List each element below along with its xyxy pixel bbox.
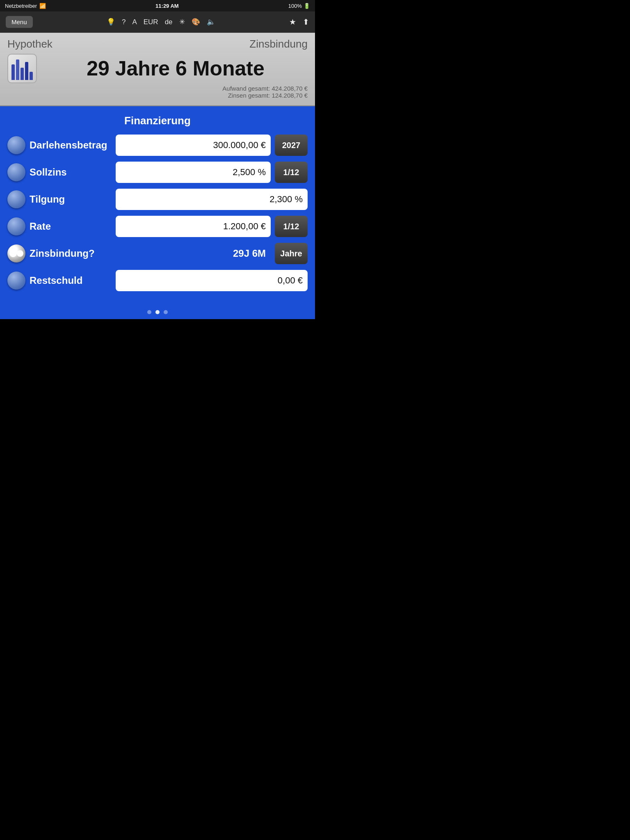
carrier-label: Netzbetreiber	[5, 3, 37, 9]
badge-rate[interactable]: 1/12	[275, 216, 308, 237]
header-top-row: Hypothek Zinsbindung	[7, 38, 308, 50]
status-bar: Netzbetreiber 📶 11:29 AM 100% 🔋	[0, 0, 315, 11]
label-zinsbindung: Zinsbindung?	[30, 248, 112, 259]
radio-restschuld[interactable]	[7, 272, 25, 290]
radio-inner	[9, 250, 17, 257]
question-icon[interactable]: ?	[122, 18, 126, 26]
fields-container: Darlehensbetrag2027Sollzins1/12TilgungRa…	[7, 135, 308, 291]
lightbulb-icon[interactable]: 💡	[107, 18, 115, 26]
radio-tilgung[interactable]	[7, 190, 25, 208]
star-icon[interactable]: ★	[289, 17, 296, 27]
summary-lines: Aufwand gesamt: 424.208,70 € Zinsen gesa…	[7, 85, 308, 99]
field-row-sollzins: Sollzins1/12	[7, 162, 308, 183]
input-rate[interactable]	[116, 216, 271, 237]
value-zinsbindung: 29J 6M	[116, 248, 271, 259]
status-time: 11:29 AM	[155, 3, 179, 9]
wifi-icon: 📶	[39, 3, 46, 9]
result-value: 29 Jahre 6 Monate	[43, 57, 308, 80]
page-dots	[0, 304, 315, 319]
chart-bar	[16, 59, 19, 80]
share-icon[interactable]: ⬆	[303, 17, 309, 27]
input-sollzins[interactable]	[116, 162, 271, 183]
status-right: 100% 🔋	[288, 3, 310, 9]
chart-bar	[30, 72, 33, 80]
language-icon[interactable]: de	[165, 18, 173, 26]
label-tilgung: Tilgung	[30, 194, 112, 205]
aufwand-line: Aufwand gesamt: 424.208,70 €	[7, 85, 308, 92]
label-sollzins: Sollzins	[30, 167, 112, 178]
chart-bar	[11, 64, 15, 80]
toolbar-icons: 💡 ? A EUR de ✳ 🎨 🔈	[40, 18, 282, 26]
field-row-rate: Rate1/12	[7, 216, 308, 237]
page-dot-1[interactable]	[155, 310, 160, 314]
field-row-darlehensbetrag: Darlehensbetrag2027	[7, 135, 308, 156]
battery-icon: 🔋	[304, 3, 310, 9]
input-darlehensbetrag[interactable]	[116, 135, 271, 156]
badge-zinsbindung[interactable]: Jahre	[275, 243, 308, 264]
header-main-row: 29 Jahre 6 Monate	[7, 54, 308, 83]
radio-zinsbindung[interactable]	[7, 244, 25, 262]
header-title-left: Hypothek	[7, 38, 52, 50]
section-title: Finanzierung	[7, 114, 308, 127]
label-rate: Rate	[30, 221, 112, 232]
header-title-right: Zinsbindung	[249, 38, 308, 50]
toolbar: Menu 💡 ? A EUR de ✳ 🎨 🔈 ★ ⬆	[0, 11, 315, 33]
menu-button[interactable]: Menu	[6, 16, 33, 28]
battery-label: 100%	[288, 3, 302, 9]
chart-bar	[21, 68, 24, 80]
toolbar-right: ★ ⬆	[289, 17, 309, 27]
main-result: 29 Jahre 6 Monate	[43, 57, 308, 80]
sound-icon[interactable]: 🔈	[207, 18, 215, 26]
field-row-restschuld: Restschuld	[7, 270, 308, 291]
page-dot-0[interactable]	[147, 310, 151, 314]
input-tilgung[interactable]	[116, 189, 308, 210]
badge-sollzins[interactable]: 1/12	[275, 162, 308, 183]
chart-icon[interactable]	[7, 54, 37, 83]
grid-icon[interactable]: ✳	[179, 18, 185, 26]
label-restschuld: Restschuld	[30, 275, 112, 286]
input-restschuld[interactable]	[116, 270, 308, 291]
radio-sollzins[interactable]	[7, 163, 25, 181]
chart-bar	[25, 62, 28, 80]
radio-rate[interactable]	[7, 217, 25, 235]
field-row-zinsbindung: Zinsbindung?29J 6MJahre	[7, 243, 308, 264]
field-row-tilgung: Tilgung	[7, 189, 308, 210]
header-panel: Hypothek Zinsbindung 29 Jahre 6 Monate A…	[0, 33, 315, 106]
zinsen-line: Zinsen gesamt: 124.208,70 €	[7, 92, 308, 99]
main-area: Finanzierung Darlehensbetrag2027Sollzins…	[0, 106, 315, 304]
status-left: Netzbetreiber 📶	[5, 3, 46, 9]
badge-darlehensbetrag[interactable]: 2027	[275, 135, 308, 156]
currency-icon[interactable]: EUR	[144, 18, 158, 26]
palette-icon[interactable]: 🎨	[192, 18, 200, 26]
font-icon[interactable]: A	[132, 18, 137, 26]
radio-darlehensbetrag[interactable]	[7, 136, 25, 154]
page-dot-2[interactable]	[164, 310, 168, 314]
label-darlehensbetrag: Darlehensbetrag	[30, 139, 112, 151]
